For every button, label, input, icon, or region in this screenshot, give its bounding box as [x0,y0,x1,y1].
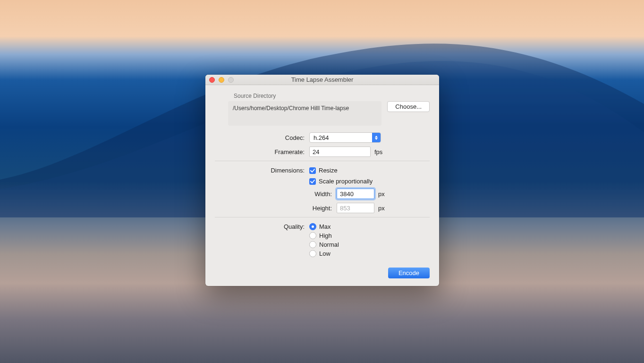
width-label: Width: [215,190,337,198]
resize-label: Resize [319,167,338,174]
dialog-window: Time Lapse Assembler Source Directory /U… [205,75,439,286]
radio-unchecked-icon [309,232,316,239]
height-unit: px [378,205,385,212]
window-close-button[interactable] [209,77,215,83]
choose-button[interactable]: Choose... [387,101,430,112]
checkmark-icon [309,167,316,174]
codec-value: h.264 [310,134,372,141]
source-directory-display: /Users/home/Desktop/Chrome Hilll Time-la… [228,101,381,126]
resize-checkbox[interactable]: Resize [309,167,338,174]
source-directory-label: Source Directory [234,93,430,99]
radio-checked-icon [309,223,316,230]
height-label: Height: [215,205,337,212]
quality-radio-max[interactable]: Max [309,223,339,230]
divider [215,217,430,217]
quality-radio-group: Max High Normal Low [309,223,339,257]
encode-button[interactable]: Encode [388,268,430,278]
quality-label: Quality: [215,223,309,230]
scale-proportionally-checkbox[interactable]: Scale proportionally [309,178,373,185]
codec-label: Codec: [215,134,309,141]
titlebar[interactable]: Time Lapse Assembler [205,75,439,85]
framerate-input[interactable] [309,147,371,157]
scale-proportionally-label: Scale proportionally [319,178,373,185]
checkmark-icon [309,178,316,185]
window-minimize-button[interactable] [219,77,224,83]
framerate-label: Framerate: [215,148,309,156]
quality-normal-label: Normal [319,241,339,248]
width-unit: px [378,190,385,198]
window-title: Time Lapse Assembler [209,76,435,83]
framerate-unit: fps [374,148,382,156]
traffic-lights [209,77,234,83]
quality-radio-low[interactable]: Low [309,250,339,257]
height-input[interactable] [337,203,374,213]
dimensions-label: Dimensions: [215,167,309,174]
radio-unchecked-icon [309,241,316,248]
width-input[interactable] [337,189,374,199]
quality-radio-normal[interactable]: Normal [309,241,339,248]
quality-radio-high[interactable]: High [309,232,339,239]
codec-select[interactable]: h.264 [309,132,381,143]
quality-high-label: High [319,232,332,239]
quality-max-label: Max [319,223,331,230]
window-zoom-button [228,77,234,83]
quality-low-label: Low [319,250,330,257]
radio-unchecked-icon [309,250,316,257]
chevron-up-down-icon [372,133,381,142]
divider [215,161,430,161]
